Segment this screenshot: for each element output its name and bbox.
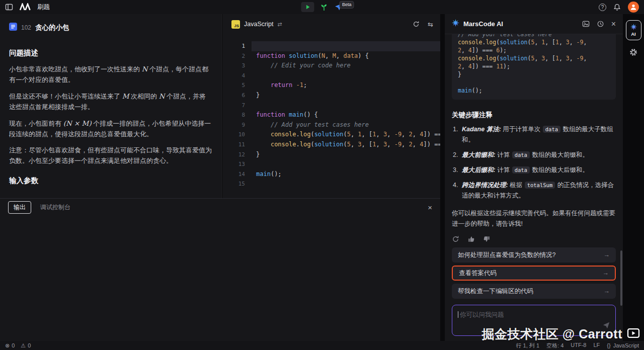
note-item: 3.最大后缀和: 计算 data 数组的最大后缀和。 [452,165,616,176]
line-content: // Add your test cases here [245,120,369,130]
code-token: ( [310,131,314,138]
practice-tree-button[interactable] [320,3,329,12]
line-number: 5 [222,80,245,91]
screenshot-icon[interactable] [582,20,590,28]
text-segment: 小包非常喜欢吃甜点，他收到了一次性送来的 [9,65,142,73]
text-cursor [458,311,458,318]
ai-notes-list: 1.Kadane 算法: 用于计算单次 data 数组的最大子数组和。2.最大前… [452,120,616,201]
marscode-logo-icon[interactable] [19,3,31,11]
line-number: 13 [222,159,245,169]
code-token: , [583,39,587,46]
note-item: 2.最大前缀和: 计算 data 数组的最大前缀和。 [452,150,616,160]
code-token [256,141,271,148]
output-panel-body [0,216,440,341]
editor-line[interactable]: 6} [222,91,440,101]
output-panel-header: 输出调试控制台 × [0,199,440,216]
code-token: , [387,131,394,138]
code-token: 3 [566,55,570,62]
language-switch-icon[interactable]: ⇄ [277,21,282,28]
code-token: ) { [358,52,369,59]
editor-line[interactable]: 3 // Edit your code here [222,61,440,71]
editor-line[interactable]: 5 return -1; [222,80,440,91]
settings-gear-icon[interactable] [629,48,637,56]
editor-line[interactable]: 4 [222,71,440,81]
editor-line[interactable]: 14main(); [222,169,440,180]
text-segment: 数组的最大后缀和。 [530,166,589,173]
code-token: } [256,92,260,99]
sidebar-toggle-icon[interactable] [5,3,13,11]
ai-suggestions: 如何处理甜点喜爱值为负数的情况?→查看答案代码→帮我检查一下编辑区的代码→ [452,244,616,299]
ai-assistant-button[interactable]: Beta [334,3,343,11]
code-token: solution [289,52,318,59]
editor-line[interactable]: 2function solution(N, M, data) { [222,51,440,61]
line-content [245,41,256,51]
editor-line[interactable]: 10 console.log(solution(5, 1, [1, 3, -9,… [222,130,440,140]
text-segment: 数组的最大前缀和。 [530,151,589,158]
bottom-tab-1[interactable]: 调试控制台 [40,203,70,212]
editor-line[interactable]: 1 [222,41,440,51]
bottom-tab-0[interactable]: 输出 [8,201,31,214]
regenerate-icon[interactable] [452,235,459,243]
editor-line[interactable]: 12} [222,150,440,160]
ai-code-line: // Add your test cases here [458,34,610,38]
editor-line[interactable]: 9 // Add your test cases here [222,120,440,130]
thumbs-down-icon[interactable] [483,235,491,243]
text-segment: 注意：尽管小包喜欢甜食，但有些甜点可能不合口味，导致其喜爱值为负数。小包至少要选… [9,146,212,164]
code-editor[interactable]: 12function solution(N, M, data) {3 // Ed… [222,34,440,189]
code-token: 1 [372,131,376,138]
note-lead: Kadane 算法: [462,126,501,133]
code-token: , [376,141,383,148]
ai-dock-button[interactable]: AI [626,20,641,40]
code-token: , [376,131,383,138]
statusbar-right: 行 1, 列 1空格: 4UTF-8LF {} JavaScript [516,342,639,349]
code-token: 5 [347,131,351,138]
reset-code-icon[interactable] [413,21,420,28]
help-icon[interactable]: ? [599,4,606,11]
status-item[interactable]: LF [593,342,600,349]
suggestion-chip[interactable]: 查看答案代码→ [452,266,616,281]
inline-code-chip: data [543,126,560,133]
diff-compare-icon[interactable]: ⇆ [428,21,433,28]
run-button[interactable] [301,2,314,12]
code-token: solution [314,131,344,138]
watermark: 掘金技术社区 @ Carrott [481,326,640,342]
code-token: 2 [409,141,413,148]
ai-panel-close-icon[interactable]: × [611,20,616,28]
code-token [256,81,271,89]
status-language[interactable]: {} JavaScript [607,342,639,348]
editor-line[interactable]: 13 [222,159,440,169]
status-item[interactable]: 空格: 4 [546,342,564,349]
code-token: -9 [577,39,584,46]
status-item[interactable]: UTF-8 [571,342,586,349]
code-token: console [458,55,482,62]
language-label[interactable]: JavaScript [244,21,273,28]
thumbs-up-icon[interactable] [467,235,475,243]
problems-summary[interactable]: ⊗ 0 ⚠ 0 [5,342,31,349]
suggestion-chip[interactable]: 如何处理甜点喜爱值为负数的情况?→ [452,247,616,262]
code-token [285,52,289,59]
suggestion-chip[interactable]: 帮我检查一下编辑区的代码→ [452,284,616,299]
editor-line[interactable]: 7 [222,101,440,111]
line-number: 14 [222,169,245,180]
marscode-ai-sparkle-icon [452,19,459,29]
code-token: (); [472,87,482,94]
user-avatar[interactable] [628,2,639,13]
code-token: console [458,39,482,46]
line-content: function main() { [245,110,318,120]
status-item[interactable]: 行 1, 列 1 [516,342,539,349]
history-icon[interactable] [597,20,604,28]
editor-line[interactable]: 15 [222,179,440,189]
editor-line[interactable]: 8function main() { [222,110,440,120]
code-token: , [559,39,566,46]
code-token [256,131,271,138]
right-dock: AI [623,14,644,341]
code-token: -1 [296,81,303,89]
code-token: , [ [362,141,373,148]
code-token: , [461,47,468,54]
output-close-icon[interactable]: × [428,204,432,211]
notifications-bell-icon[interactable] [613,4,621,11]
scrollbar-thumb[interactable] [620,250,622,306]
problem-paragraph: 注意：尽管小包喜欢甜食，但有些甜点可能不合口味，导致其喜爱值为负数。小包至少要选… [9,145,212,166]
editor-line[interactable]: 11 console.log(solution(5, 3, [1, 3, -9,… [222,140,440,150]
code-token: , [336,52,343,59]
